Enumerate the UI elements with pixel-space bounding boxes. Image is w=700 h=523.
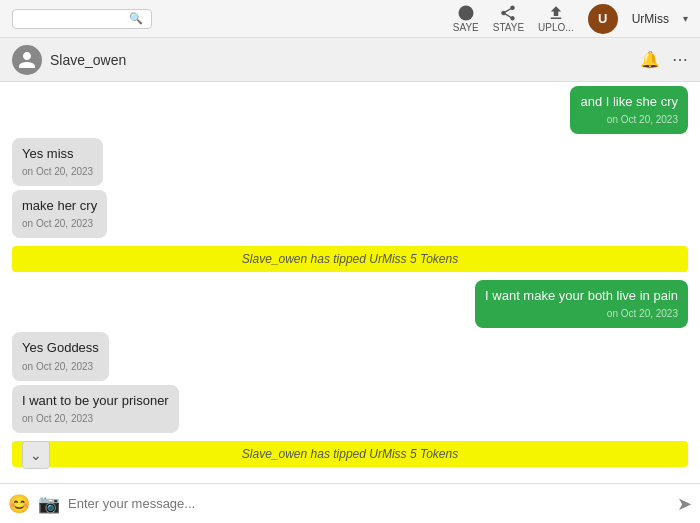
send-icon[interactable]: ➤ [677, 493, 692, 515]
chat-header: Slave_owen 🔔 ⋯ [0, 38, 700, 82]
message-input[interactable] [68, 496, 669, 511]
top-right-icons: SAYE STAYE UPLO... U UrMiss ▾ [453, 4, 688, 34]
upload-nav-button[interactable]: UPLO... [538, 4, 574, 33]
message-timestamp: on Oct 20, 2023 [22, 217, 97, 231]
save-nav-button[interactable]: SAYE [453, 4, 479, 33]
chat-header-left: Slave_owen [12, 45, 126, 75]
upload-icon [547, 4, 565, 22]
top-nav: 🔍 SAYE STAYE UPLO... U UrMiss ▾ [0, 0, 700, 38]
svg-point-0 [458, 6, 473, 21]
scroll-down-button[interactable]: ⌄ [22, 441, 50, 469]
message-bubble: Yes Goddesson Oct 20, 2023 [12, 332, 109, 380]
share-nav-button[interactable]: STAYE [493, 4, 524, 33]
chat-avatar [12, 45, 42, 75]
message-text: I want to be your prisoner [22, 393, 169, 408]
message-bubble: Yes misson Oct 20, 2023 [12, 138, 103, 186]
save-icon [457, 4, 475, 22]
tip-notification: Slave_owen has tipped UrMiss 5 Tokens [12, 246, 688, 272]
message-timestamp: on Oct 20, 2023 [580, 113, 678, 127]
save-label: SAYE [453, 22, 479, 33]
message-bubble: I want make your both live in painon Oct… [475, 280, 688, 328]
share-label: STAYE [493, 22, 524, 33]
message-timestamp: on Oct 20, 2023 [485, 307, 678, 321]
message-text: make her cry [22, 198, 97, 213]
message-bubble: I want to be your prisoneron Oct 20, 202… [12, 385, 179, 433]
message-bubble: make her cryon Oct 20, 2023 [12, 190, 107, 238]
message-text: Yes Goddess [22, 340, 99, 355]
message-text: Yes miss [22, 146, 74, 161]
message-timestamp: on Oct 20, 2023 [22, 165, 93, 179]
emoji-icon[interactable]: 😊 [8, 493, 30, 515]
search-icon: 🔍 [129, 12, 143, 25]
message-timestamp: on Oct 20, 2023 [22, 412, 169, 426]
avatar[interactable]: U [588, 4, 618, 34]
search-input[interactable] [19, 12, 129, 26]
person-icon [17, 50, 37, 70]
more-options-icon[interactable]: ⋯ [672, 50, 688, 69]
search-box[interactable]: 🔍 [12, 9, 152, 29]
bell-icon[interactable]: 🔔 [640, 50, 660, 69]
camera-icon[interactable]: 📷 [38, 493, 60, 515]
upload-label: UPLO... [538, 22, 574, 33]
messages-area: she will be cryon Oct 20, 2023catching m… [0, 82, 700, 483]
chat-username: Slave_owen [50, 52, 126, 68]
share-icon [499, 4, 517, 22]
input-bar: 😊 📷 ➤ [0, 483, 700, 523]
nav-username[interactable]: UrMiss [632, 12, 669, 26]
message-text: I want make your both live in pain [485, 288, 678, 303]
message-text: and I like she cry [580, 94, 678, 109]
message-timestamp: on Oct 20, 2023 [22, 360, 99, 374]
tip-notification: Slave_owen has tipped UrMiss 5 Tokens [12, 441, 688, 467]
message-bubble: and I like she cryon Oct 20, 2023 [570, 86, 688, 134]
chevron-down-icon[interactable]: ▾ [683, 13, 688, 24]
chat-header-right: 🔔 ⋯ [640, 50, 688, 69]
